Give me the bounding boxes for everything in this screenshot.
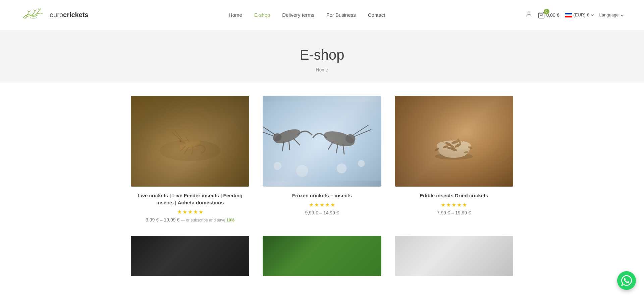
svg-point-40 [451, 140, 459, 145]
whatsapp-icon [621, 275, 632, 286]
svg-point-39 [445, 141, 452, 147]
products-grid-row2 [131, 236, 513, 282]
svg-point-16 [179, 140, 181, 142]
star-4: ★ [325, 202, 330, 208]
svg-point-31 [344, 133, 356, 144]
svg-line-33 [335, 144, 339, 153]
star-1: ★ [441, 202, 445, 208]
star-4: ★ [457, 202, 462, 208]
svg-point-30 [322, 129, 356, 149]
nav-business[interactable]: For Business [326, 12, 356, 18]
star-1: ★ [177, 209, 182, 215]
star-2: ★ [182, 209, 187, 215]
whatsapp-button[interactable] [617, 271, 636, 290]
svg-point-44 [457, 139, 462, 144]
currency-selector[interactable]: (EUR) € [565, 12, 594, 17]
svg-point-38 [437, 141, 471, 150]
star-5: ★ [330, 202, 335, 208]
svg-point-21 [337, 163, 346, 173]
page-banner: E-shop Home [0, 30, 644, 83]
star-1: ★ [309, 202, 314, 208]
svg-line-11 [192, 147, 193, 155]
product-price-frozen-crickets: 9,99 € – 14,99 € [305, 210, 339, 215]
product-card-edible-insects[interactable]: Edible insects Dried crickets ★ ★ ★ ★ ★ … [395, 96, 513, 222]
eu-flag [565, 13, 572, 17]
svg-point-45 [443, 145, 449, 149]
product-rating-live-crickets: ★ ★ ★ ★ ★ [177, 209, 203, 215]
svg-line-14 [172, 132, 180, 140]
language-selector[interactable]: Language [599, 12, 624, 17]
svg-point-8 [190, 142, 203, 150]
user-icon-button[interactable] [526, 11, 532, 19]
svg-point-22 [358, 160, 365, 167]
main-nav: Home E-shop Delivery terms For Business … [229, 12, 385, 18]
star-5: ★ [462, 202, 467, 208]
svg-rect-18 [263, 102, 381, 181]
svg-line-13 [185, 137, 190, 143]
nav-contact[interactable]: Contact [368, 12, 385, 18]
svg-point-52 [434, 147, 440, 152]
cart-button[interactable]: 0 0,00 € [538, 11, 559, 19]
product-title-frozen-crickets: Frozen crickets – insects [292, 192, 352, 199]
product-image-bottom-1 [131, 236, 249, 276]
svg-line-29 [263, 122, 275, 138]
site-header: eurocrickets Home E-shop Delivery terms … [0, 0, 644, 30]
nav-delivery[interactable]: Delivery terms [282, 12, 314, 18]
star-5: ★ [199, 209, 203, 215]
product-card-bottom-2[interactable] [263, 236, 381, 282]
svg-line-10 [184, 147, 189, 154]
svg-point-24 [272, 132, 283, 143]
svg-line-26 [287, 141, 292, 150]
svg-line-35 [354, 126, 371, 141]
svg-point-46 [450, 147, 458, 151]
product-image-live-crickets [131, 96, 249, 187]
svg-point-7 [178, 139, 185, 145]
product-image-bottom-2 [263, 236, 381, 276]
product-price-edible-insects: 7,99 € – 19,99 € [437, 210, 471, 215]
svg-point-41 [449, 144, 456, 150]
products-section: Live crickets | Live Feeder insects | Fe… [121, 96, 523, 282]
star-3: ★ [451, 202, 456, 208]
svg-line-15 [175, 131, 181, 139]
svg-line-47 [442, 141, 445, 144]
svg-line-49 [457, 138, 459, 141]
svg-point-53 [468, 146, 473, 149]
svg-point-43 [447, 147, 452, 150]
svg-point-19 [274, 162, 282, 170]
svg-line-25 [279, 141, 287, 151]
product-title-live-crickets: Live crickets | Live Feeder insects | Fe… [131, 192, 249, 206]
product-image-bottom-3 [395, 236, 513, 276]
product-card-bottom-3[interactable] [395, 236, 513, 282]
svg-line-12 [178, 138, 185, 144]
logo-icon [20, 7, 47, 23]
svg-point-37 [435, 153, 473, 160]
chevron-down-icon [621, 14, 624, 16]
product-card-frozen-crickets[interactable]: Frozen crickets – insects ★ ★ ★ ★ ★ 9,99… [263, 96, 381, 222]
svg-point-42 [454, 142, 462, 148]
svg-line-50 [462, 140, 465, 142]
svg-point-5 [160, 140, 221, 161]
product-card-live-crickets[interactable]: Live crickets | Live Feeder insects | Fe… [131, 96, 249, 222]
svg-point-54 [464, 151, 469, 154]
star-4: ★ [193, 209, 198, 215]
product-image-frozen-crickets [263, 96, 381, 187]
product-rating-frozen-crickets: ★ ★ ★ ★ ★ [309, 202, 335, 208]
logo[interactable]: eurocrickets [20, 7, 89, 23]
breadcrumb: Home [7, 67, 637, 72]
product-rating-edible-insects: ★ ★ ★ ★ ★ [441, 202, 467, 208]
svg-line-27 [293, 137, 300, 147]
currency-label: (EUR) € [574, 12, 589, 17]
svg-point-3 [528, 12, 530, 14]
svg-line-36 [353, 122, 369, 139]
nav-eshop[interactable]: E-shop [254, 12, 270, 18]
star-3: ★ [320, 202, 324, 208]
star-2: ★ [314, 202, 319, 208]
nav-home[interactable]: Home [229, 12, 242, 18]
svg-line-9 [179, 146, 185, 152]
logo-text: eurocrickets [50, 11, 89, 19]
product-image-edible-insects [395, 96, 513, 187]
products-grid: Live crickets | Live Feeder insects | Fe… [131, 96, 513, 222]
svg-point-23 [273, 127, 303, 146]
page-title: E-shop [7, 47, 637, 63]
product-card-bottom-1[interactable] [131, 236, 249, 282]
